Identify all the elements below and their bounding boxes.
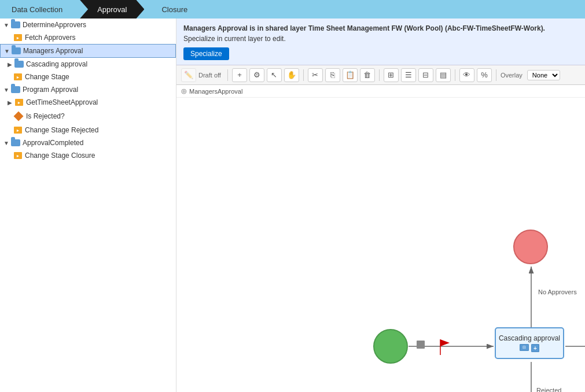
determine-approvers-label: DetermineApprovers (23, 21, 86, 29)
nav-approval-label: Approval (97, 5, 127, 14)
toggle-determine-approvers[interactable]: ▼ (2, 22, 10, 28)
overlay-select[interactable]: None (527, 70, 560, 80)
task-icon-change-stage-closure (13, 151, 23, 160)
folder-icon-program (10, 86, 21, 94)
folder-icon-approval-completed (10, 139, 21, 147)
fetch-approvers-label: Fetch Approvers (25, 34, 75, 42)
delete-button[interactable]: 🗑 (360, 68, 375, 82)
sidebar-item-managers-approval[interactable]: ▼ Managers Approval (0, 44, 176, 58)
change-stage-rejected-label: Change Stage Rejected (25, 126, 98, 134)
right-panel: Managers Approval is in shared layer Tim… (176, 19, 585, 392)
svg-rect-4 (417, 341, 425, 349)
rejected-label: Rejected (536, 387, 561, 392)
nav-closure[interactable]: Closure (144, 0, 199, 19)
start-circle (373, 329, 408, 364)
percent-button[interactable]: % (477, 68, 492, 82)
sidebar-item-determine-approvers[interactable]: ▼ DetermineApprovers (0, 19, 176, 31)
task-icon-fetch (13, 34, 23, 42)
diagram-breadcrumb-label: ManagersApproval (189, 88, 242, 95)
grid1-button[interactable]: ⊞ (384, 68, 399, 82)
cascading-approval-text: Cascading approval (499, 334, 560, 342)
grid2-button[interactable]: ☰ (401, 68, 416, 82)
info-banner: Managers Approval is in shared layer Tim… (176, 19, 585, 65)
nav-approval[interactable]: Approval (80, 0, 144, 19)
cascading-approval-box: Cascading approval ⊟ + (495, 327, 564, 359)
start-node[interactable] (373, 329, 408, 364)
overlay-label: Overlay (501, 72, 523, 79)
sidebar-item-fetch-approvers[interactable]: Fetch Approvers (0, 31, 176, 44)
change-stage-closure-label: Change Stage Closure (25, 151, 95, 160)
diagram-area[interactable]: Cascading approval ⊟ + (176, 98, 585, 392)
info-message: Managers Approval is in shared layer Tim… (183, 23, 578, 44)
no-approvers-node[interactable] (513, 230, 548, 264)
folder-icon-managers (11, 47, 21, 55)
toggle-gettimesheet[interactable]: ▶ (6, 99, 14, 106)
hand-button[interactable]: ✋ (284, 68, 299, 82)
draft-off-label: Draft off (198, 72, 221, 79)
task-icon-change-stage (13, 73, 23, 81)
list-button[interactable]: ▤ (436, 68, 451, 82)
separator-4 (455, 69, 455, 81)
pointer-button[interactable]: ↖ (267, 68, 282, 82)
toolbar: ✏️ Draft off + ⚙ ↖ ✋ ✂ ⎘ 📋 🗑 ⊞ ☰ ⊟ ▤ 👁 %… (176, 65, 585, 85)
toggle-cascading[interactable]: ▶ (6, 61, 14, 68)
diagram-canvas: Cascading approval ⊟ + (176, 98, 585, 392)
no-approvers-label: No Approvers (538, 289, 577, 295)
sidebar-item-program-approval[interactable]: ▼ Program Approval (0, 83, 176, 96)
separator-3 (379, 69, 380, 81)
sidebar: ▼ DetermineApprovers Fetch Approvers ▼ M… (0, 19, 176, 392)
nav-closure-label: Closure (161, 5, 187, 14)
separator-1 (227, 69, 228, 81)
pencil-icon: ✏️ (184, 71, 193, 79)
cascading-icon-2: + (531, 344, 539, 352)
task-icon-change-stage-rejected (13, 126, 23, 134)
folder-icon-cascading (14, 60, 24, 68)
sidebar-item-change-stage-rejected[interactable]: Change Stage Rejected (0, 124, 176, 136)
sidebar-item-gettimesheet[interactable]: ▶ GetTimeSheetApproval (0, 96, 176, 109)
separator-5 (496, 69, 496, 81)
svg-marker-5 (440, 339, 450, 346)
draft-off-button[interactable]: ✏️ (181, 68, 196, 82)
change-stage-label: Change Stage (25, 73, 69, 81)
cut-button[interactable]: ✂ (308, 68, 323, 82)
task-icon-gettimesheet (14, 98, 24, 106)
copy-button[interactable]: ⎘ (325, 68, 340, 82)
toggle-program-approval[interactable]: ▼ (2, 87, 10, 93)
folder-icon-determine (10, 21, 21, 29)
paste-button[interactable]: 📋 (343, 68, 358, 82)
sidebar-item-cascading-approval[interactable]: ▶ Cascading approval (0, 58, 176, 71)
cascading-approval-label: Cascading approval (26, 60, 87, 68)
settings-button[interactable]: ⚙ (249, 68, 264, 82)
separator-2 (303, 69, 304, 81)
is-rejected-label: Is Rejected? (26, 112, 65, 120)
add-button[interactable]: + (232, 68, 247, 82)
nav-data-collection[interactable]: Data Collection (0, 0, 80, 19)
toggle-managers-approval[interactable]: ▼ (3, 48, 11, 54)
cascading-icons: ⊟ + (520, 344, 539, 352)
nav-data-collection-label: Data Collection (12, 5, 62, 14)
eye-button[interactable]: 👁 (459, 68, 474, 82)
sidebar-item-change-stage[interactable]: Change Stage (0, 71, 176, 83)
gettimesheet-label: GetTimeSheetApproval (26, 98, 98, 106)
managers-approval-label: Managers Approval (23, 47, 83, 55)
diamond-icon-is-rejected (13, 111, 24, 121)
toggle-approval-completed[interactable]: ▼ (2, 140, 10, 146)
sidebar-item-is-rejected[interactable]: Is Rejected? (0, 109, 176, 124)
main-layout: ▼ DetermineApprovers Fetch Approvers ▼ M… (0, 19, 585, 392)
specialize-button[interactable]: Specialize (183, 47, 229, 60)
diagram-breadcrumb-icon: ◎ (181, 87, 187, 95)
program-approval-label: Program Approval (23, 86, 78, 94)
approval-completed-label: ApprovalCompleted (23, 139, 83, 147)
table-button[interactable]: ⊟ (418, 68, 433, 82)
diagram-header: ◎ ManagersApproval (176, 85, 585, 98)
no-approvers-circle (513, 230, 548, 264)
cascading-icon-1: ⊟ (520, 344, 529, 351)
cascading-approval-node[interactable]: Cascading approval ⊟ + (495, 327, 564, 359)
top-navigation: Data Collection Approval Closure (0, 0, 585, 19)
sidebar-item-change-stage-closure[interactable]: Change Stage Closure (0, 149, 176, 162)
sidebar-item-approval-completed[interactable]: ▼ ApprovalCompleted (0, 136, 176, 149)
